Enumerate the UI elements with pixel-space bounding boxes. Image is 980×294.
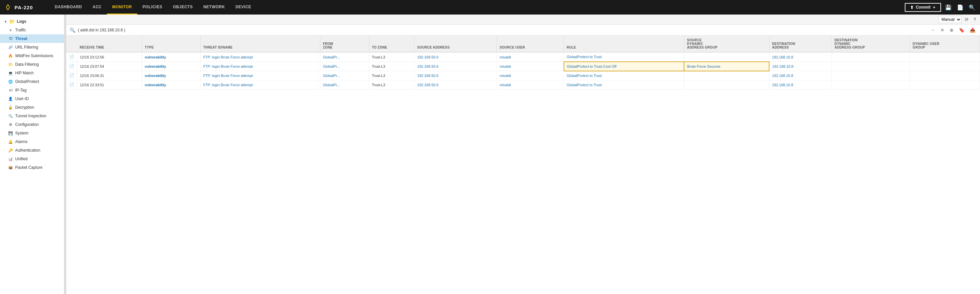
sidebar-item-traffic[interactable]: ≡Traffic <box>0 26 64 34</box>
cell-threat-name[interactable]: FTP: login Brute Force attempt <box>200 62 320 71</box>
help-button[interactable]: ? <box>972 16 977 23</box>
source-address-link[interactable]: 192.168.50.6 <box>417 64 438 69</box>
row-detail-icon[interactable]: 📄 <box>66 62 77 71</box>
cell-rule[interactable]: GlobalProtect to Trust <box>564 52 684 62</box>
sidebar-item-unified[interactable]: 📊Unified <box>0 155 64 163</box>
sidebar-item-ip-tag[interactable]: 🏷IP-Tag <box>0 86 64 94</box>
rule-link[interactable]: GlobalProtect to Trust-Cool Off <box>567 64 616 69</box>
rule-link[interactable]: GlobalProtect to Trust <box>566 74 601 78</box>
source-dag-link[interactable]: Brute Force Sources <box>687 64 720 69</box>
sidebar-item-user-id[interactable]: 👤User-ID <box>0 94 64 103</box>
source-user-link[interactable]: mivaldi <box>500 83 511 87</box>
cell-threat-name[interactable]: FTP: login Brute Force attempt <box>200 71 320 80</box>
sidebar-item-decryption[interactable]: 🔓Decryption <box>0 103 64 112</box>
dest-address-link[interactable]: 192.168.10.8 <box>772 74 793 78</box>
cell-rule[interactable]: GlobalProtect to Trust-Cool Off <box>564 62 684 71</box>
cell-threat-name[interactable]: FTP: login Brute Force attempt <box>200 52 320 62</box>
threat-name-link[interactable]: FTP: login Brute Force attempt <box>203 83 253 87</box>
sidebar-item-globalprotect[interactable]: 🌐GlobalProtect <box>0 77 64 86</box>
logs-section-header[interactable]: ▼ 📁 Logs <box>0 17 64 26</box>
from-zone-link[interactable]: GlobalPr... <box>323 83 340 87</box>
sidebar-item-authentication[interactable]: 🔑Authentication <box>0 146 64 155</box>
cell-source-address[interactable]: 192.168.50.6 <box>414 62 497 71</box>
nav-item-monitor[interactable]: MONITOR <box>107 0 137 14</box>
cell-source-address[interactable]: 192.168.50.6 <box>414 71 497 80</box>
sidebar-item-alarms[interactable]: 🔔Alarms <box>0 137 64 146</box>
sidebar-item-packet-capture[interactable]: 📦Packet Capture <box>0 163 64 172</box>
source-user-link[interactable]: mivaldi <box>500 55 511 59</box>
type-link[interactable]: vulnerability <box>145 64 166 69</box>
view-mode-select[interactable]: Manual <box>939 16 961 23</box>
cell-dest-address[interactable]: 192.168.10.8 <box>769 52 832 62</box>
table-body: 📄12/16 23:12:56vulnerabilityFTP: login B… <box>66 52 980 89</box>
sidebar-item-threat[interactable]: 🛡Threat <box>0 34 64 43</box>
dest-address-link[interactable]: 192.168.10.8 <box>772 83 793 87</box>
nav-item-device[interactable]: DEVICE <box>230 0 257 14</box>
cell-type[interactable]: vulnerability <box>142 80 200 89</box>
source-address-link[interactable]: 192.168.50.6 <box>417 74 438 78</box>
cell-type[interactable]: vulnerability <box>142 62 200 71</box>
sidebar-item-wildfire-submissions[interactable]: 🔥WildFire Submissions <box>0 51 64 60</box>
cell-source-user[interactable]: mivaldi <box>497 62 564 71</box>
type-link[interactable]: vulnerability <box>145 74 166 78</box>
commit-button[interactable]: ⬆ Commit ▼ <box>905 3 941 12</box>
sidebar-item-system[interactable]: 💾System <box>0 129 64 137</box>
search-clear-button[interactable]: ✕ <box>939 27 946 34</box>
sidebar-item-url-filtering[interactable]: 🔗URL Filtering <box>0 43 64 51</box>
rule-link[interactable]: GlobalProtect to Trust <box>566 83 601 87</box>
threat-name-link[interactable]: FTP: login Brute Force attempt <box>203 55 253 59</box>
nav-item-policies[interactable]: POLICIES <box>137 0 168 14</box>
source-user-link[interactable]: mivaldi <box>500 74 511 78</box>
nav-item-objects[interactable]: OBJECTS <box>168 0 198 14</box>
type-link[interactable]: vulnerability <box>145 55 166 59</box>
cell-type[interactable]: vulnerability <box>142 52 200 62</box>
cell-rule[interactable]: GlobalProtect to Trust <box>564 71 684 80</box>
from-zone-link[interactable]: GlobalPr... <box>323 55 340 59</box>
nav-item-network[interactable]: NETWORK <box>198 0 230 14</box>
search-bookmark-button[interactable]: 🔖 <box>958 27 966 34</box>
rule-link[interactable]: GlobalProtect to Trust <box>566 55 601 59</box>
cell-dest-address[interactable]: 192.168.10.8 <box>769 71 832 80</box>
row-detail-icon[interactable]: 📄 <box>66 80 77 89</box>
cell-source-user[interactable]: mivaldi <box>497 71 564 80</box>
source-user-link[interactable]: mivaldi <box>500 64 511 69</box>
type-link[interactable]: vulnerability <box>145 83 166 87</box>
search-add-button[interactable]: ⊕ <box>948 27 955 34</box>
save-icon[interactable]: 💾 <box>944 3 953 12</box>
cell-source-user[interactable]: mivaldi <box>497 52 564 62</box>
nav-item-dashboard[interactable]: DASHBOARD <box>49 0 88 14</box>
cell-source-dag <box>684 52 769 62</box>
cell-type[interactable]: vulnerability <box>142 71 200 80</box>
cell-dest-address[interactable]: 192.168.10.8 <box>769 80 832 89</box>
cell-rule[interactable]: GlobalProtect to Trust <box>564 80 684 89</box>
cell-dest-address[interactable]: 192.168.10.8 <box>769 62 832 71</box>
sidebar-item-configuration[interactable]: ⚙Configuration <box>0 120 64 129</box>
cell-source-address[interactable]: 192.168.50.6 <box>414 52 497 62</box>
file-icon[interactable]: 📄 <box>956 3 965 12</box>
source-address-link[interactable]: 192.168.50.6 <box>417 55 438 59</box>
search-topbar-icon[interactable]: 🔍 <box>967 3 977 12</box>
dest-address-link[interactable]: 192.168.10.8 <box>772 64 793 69</box>
dest-address-link[interactable]: 192.168.10.8 <box>772 55 793 59</box>
cell-source-user[interactable]: mivaldi <box>497 80 564 89</box>
refresh-button[interactable]: ⟳ <box>964 16 970 23</box>
search-input[interactable] <box>78 28 926 32</box>
sidebar-item-hip-match[interactable]: 💻HIP Match <box>0 69 64 77</box>
cell-source-dag[interactable]: Brute Force Sources <box>684 62 769 71</box>
from-zone-link[interactable]: GlobalPr... <box>323 74 340 78</box>
nav-item-acc[interactable]: ACC <box>88 0 107 14</box>
sidebar-item-tunnel-inspection[interactable]: 🔍Tunnel Inspection <box>0 112 64 120</box>
source-address-link[interactable]: 192.168.50.6 <box>417 83 438 87</box>
row-detail-icon[interactable]: 📄 <box>66 52 77 62</box>
sidebar-item-data-filtering[interactable]: 📁Data Filtering <box>0 60 64 69</box>
threat-name-link[interactable]: FTP: login Brute Force attempt <box>203 64 253 69</box>
search-go-button[interactable]: → <box>929 27 937 34</box>
row-detail-icon[interactable]: 📄 <box>66 71 77 80</box>
search-export-button[interactable]: 📤 <box>969 27 977 34</box>
threat-name-link[interactable]: FTP: login Brute Force attempt <box>203 74 253 78</box>
col-dest-dag: DESTINATIONDYNAMICADDRESS GROUP <box>832 36 910 52</box>
cell-source-address[interactable]: 192.168.50.6 <box>414 80 497 89</box>
cell-threat-name[interactable]: FTP: login Brute Force attempt <box>200 80 320 89</box>
cell-from-zone: GlobalPr... <box>320 62 369 71</box>
from-zone-link[interactable]: GlobalPr... <box>323 64 340 69</box>
